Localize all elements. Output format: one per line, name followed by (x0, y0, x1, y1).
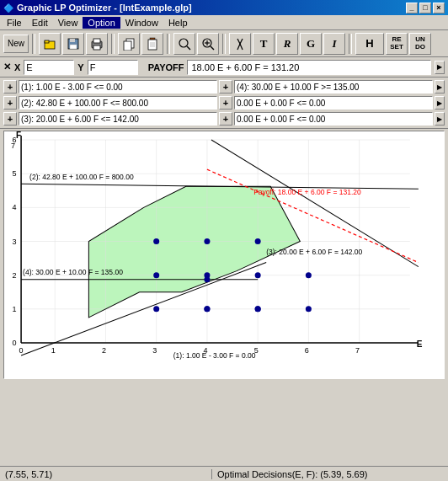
y-label: Y (77, 62, 83, 72)
copy-button[interactable] (118, 33, 140, 55)
svg-rect-1 (45, 40, 49, 43)
svg-text:5: 5 (13, 169, 17, 178)
tb-sep4 (222, 34, 226, 54)
close-button[interactable]: × (433, 3, 445, 13)
constraint-right-3[interactable] (234, 112, 433, 126)
text-T-button[interactable]: T (253, 33, 275, 55)
menu-view[interactable]: View (53, 17, 83, 29)
x-label: X (14, 62, 20, 72)
add-constraint-2[interactable]: + (3, 96, 17, 110)
svg-line-21 (237, 39, 240, 44)
cut-button[interactable] (229, 33, 251, 55)
paste-button[interactable] (141, 33, 163, 55)
svg-text:7: 7 (11, 142, 15, 150)
svg-text:0: 0 (13, 339, 17, 347)
svg-text:1: 1 (13, 305, 17, 313)
chart-wrapper: 1 2 3 4 5 6 7 0 0 1 2 3 4 5 6 (0, 129, 448, 466)
save-button[interactable] (62, 33, 84, 55)
constraint-left-3[interactable] (19, 112, 217, 126)
toolbar: New T R G I H (0, 30, 448, 57)
svg-line-22 (240, 39, 243, 44)
svg-text:(1): 1.00 E - 3.00 F = 0.00: (1): 1.00 E - 3.00 F = 0.00 (173, 351, 256, 360)
constraint-scroll-3[interactable]: ▶ (435, 112, 445, 126)
svg-line-23 (237, 44, 240, 50)
status-optimal: Optimal Decisions(E, F): (5.39, 5.69) (212, 469, 448, 479)
constraint-row-3: + + ▶ (3, 111, 445, 126)
svg-rect-3 (70, 39, 75, 42)
tb-sep5 (349, 34, 352, 54)
constraint-scroll-2[interactable]: ▶ (435, 96, 445, 110)
constraint-right-1[interactable] (234, 80, 433, 94)
x-input[interactable] (24, 60, 74, 75)
svg-point-71 (153, 306, 159, 312)
constraint-left-2[interactable] (19, 96, 217, 110)
constraint-row-2: + + ▶ (3, 95, 445, 110)
text-I-button[interactable]: I (323, 33, 345, 55)
svg-text:E: E (417, 339, 423, 349)
add-constraint-3[interactable]: + (3, 112, 17, 126)
text-R-button[interactable]: R (276, 33, 298, 55)
svg-rect-9 (124, 41, 131, 51)
svg-text:(4): 30.00 E + 10.00 F = 135.0: (4): 30.00 E + 10.00 F = 135.00 (23, 268, 123, 276)
constraint-left-1[interactable] (19, 80, 217, 94)
window-title: Graphic LP Optimizer - [IntExample.glp] (17, 3, 192, 13)
svg-point-78 (255, 306, 261, 312)
svg-point-68 (153, 272, 159, 278)
svg-text:3: 3 (152, 346, 157, 355)
add-constraint-right-2[interactable]: + (219, 96, 232, 110)
svg-line-20 (211, 46, 214, 50)
payoff-label: PAYOFF (148, 62, 184, 72)
window-controls: _ □ × (406, 3, 445, 13)
constraints-area: + + ▶ + + ▶ + + ▶ (0, 77, 448, 129)
menu-edit[interactable]: Edit (27, 17, 53, 29)
svg-rect-6 (93, 39, 100, 43)
svg-rect-4 (70, 45, 77, 49)
svg-point-79 (306, 306, 312, 312)
chart-area[interactable]: 1 2 3 4 5 6 7 0 0 1 2 3 4 5 6 (3, 131, 445, 379)
constraint-scroll-1[interactable]: ▶ (435, 80, 445, 94)
payoff-value: 18.00 E + 6.00 F = 131.20 (187, 60, 431, 75)
zoom-button[interactable] (173, 33, 195, 55)
add-constraint-right-1[interactable]: + (219, 80, 232, 94)
variable-row: ✕ X Y PAYOFF 18.00 E + 6.00 F = 131.20 ▶ (0, 57, 448, 77)
svg-text:1: 1 (51, 346, 56, 355)
svg-text:3: 3 (13, 238, 17, 246)
svg-rect-7 (93, 45, 100, 50)
constraint-right-2[interactable] (234, 96, 433, 110)
svg-text:(3): 20.00 E + 6.00 F = 142.00: (3): 20.00 E + 6.00 F = 142.00 (266, 248, 362, 256)
app-icon: 🔷 (3, 3, 13, 13)
reset-button[interactable]: RESET (386, 33, 408, 55)
svg-text:(2): 42.80 E + 100.00 F = 800.: (2): 42.80 E + 100.00 F = 800.00 (29, 173, 134, 181)
svg-text:2: 2 (102, 346, 106, 355)
status-bar: (7.55, 5.71) Optimal Decisions(E, F): (5… (0, 466, 448, 481)
menu-window[interactable]: Window (120, 17, 163, 29)
payoff-scroll[interactable]: ▶ (435, 61, 445, 74)
menu-bar: File Edit View Option Window Help (0, 15, 448, 30)
x-close-icon: ✕ (3, 61, 11, 72)
h-button[interactable]: H (355, 33, 384, 55)
menu-file[interactable]: File (2, 17, 27, 29)
svg-text:6: 6 (305, 346, 309, 355)
new-button[interactable]: New (3, 35, 29, 53)
minimize-button[interactable]: _ (406, 3, 418, 13)
constraint-row-1: + + ▶ (3, 79, 445, 94)
svg-text:0: 0 (19, 346, 24, 355)
svg-point-77 (204, 306, 210, 312)
print-button[interactable] (86, 33, 108, 55)
svg-point-67 (204, 238, 210, 244)
menu-option[interactable]: Option (83, 17, 120, 29)
add-constraint-1[interactable]: + (3, 80, 17, 94)
open-button[interactable] (39, 33, 61, 55)
add-constraint-right-3[interactable]: + (219, 112, 232, 126)
y-input[interactable] (88, 60, 138, 75)
tb-sep1 (32, 34, 35, 54)
svg-line-24 (240, 44, 243, 50)
text-G-button[interactable]: G (300, 33, 322, 55)
svg-point-15 (179, 39, 188, 47)
svg-point-74 (204, 276, 210, 282)
svg-point-70 (255, 272, 261, 278)
maximize-button[interactable]: □ (419, 3, 431, 13)
undo-button[interactable]: UNDO (409, 33, 431, 55)
menu-help[interactable]: Help (163, 17, 193, 29)
zoom2-button[interactable] (197, 33, 219, 55)
